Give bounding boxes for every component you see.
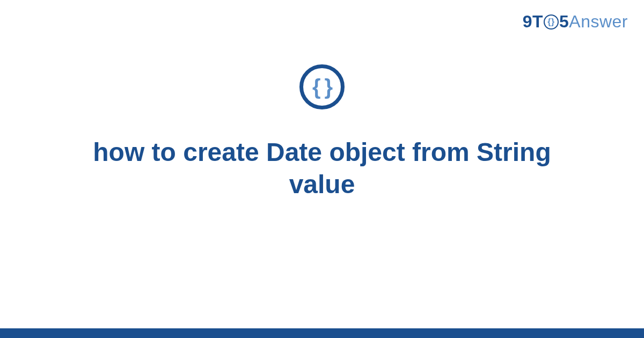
footer-accent-bar: [0, 328, 644, 338]
braces-glyph: { }: [312, 75, 332, 99]
logo-circle-icon: {}: [544, 14, 559, 30]
main-content: { } how to create Date object from Strin…: [0, 64, 644, 201]
site-logo[interactable]: 9T{}5Answer: [523, 12, 628, 32]
logo-answer-text: Answer: [569, 12, 628, 31]
site-header: 9T{}5Answer: [523, 12, 628, 32]
code-braces-icon: { }: [299, 64, 345, 109]
logo-five: 5: [559, 12, 569, 31]
logo-prefix: 9T: [523, 12, 543, 31]
page-title: how to create Date object from String va…: [80, 136, 564, 201]
